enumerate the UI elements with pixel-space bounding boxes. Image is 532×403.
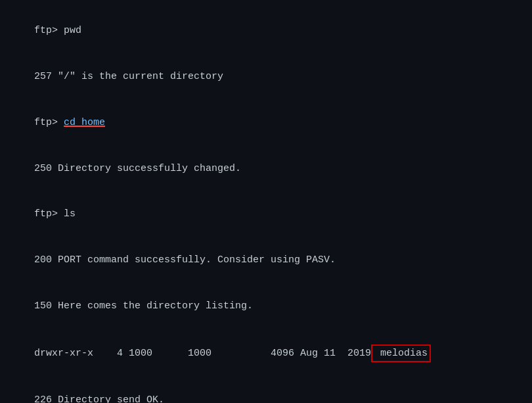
prompt-1: ftp> pwd	[34, 25, 81, 36]
output-5: drwxr-xr-x 4 1000 1000 4096 Aug 11 2019	[34, 348, 371, 359]
output-3: 200 PORT command successfully. Consider …	[34, 254, 336, 266]
line-8: drwxr-xr-x 4 1000 1000 4096 Aug 11 2019 …	[11, 329, 521, 377]
line-7: 150 Here comes the directory listing.	[11, 283, 521, 329]
line-9: 226 Directory send OK.	[11, 377, 521, 403]
output-2: 250 Directory successfully changed.	[34, 163, 241, 174]
output-1: 257 "/" is the current directory	[34, 71, 223, 82]
line-2: 257 "/" is the current directory	[11, 54, 521, 100]
output-4: 150 Here comes the directory listing.	[34, 300, 253, 312]
line-4: 250 Directory successfully changed.	[11, 145, 521, 191]
output-6: 226 Directory send OK.	[34, 394, 164, 403]
highlight-melodias: melodias	[371, 344, 431, 362]
terminal-window: ftp> pwd 257 "/" is the current director…	[0, 0, 532, 403]
line-6: 200 PORT command successfully. Consider …	[11, 237, 521, 283]
line-3: ftp> cd home	[11, 100, 521, 146]
line-5: ftp> ls	[11, 191, 521, 237]
line-1: ftp> pwd	[11, 8, 521, 54]
prompt-3: ftp> ls	[34, 208, 76, 220]
cmd-cd-home: cd home	[64, 117, 105, 128]
prompt-2: ftp>	[34, 117, 64, 128]
